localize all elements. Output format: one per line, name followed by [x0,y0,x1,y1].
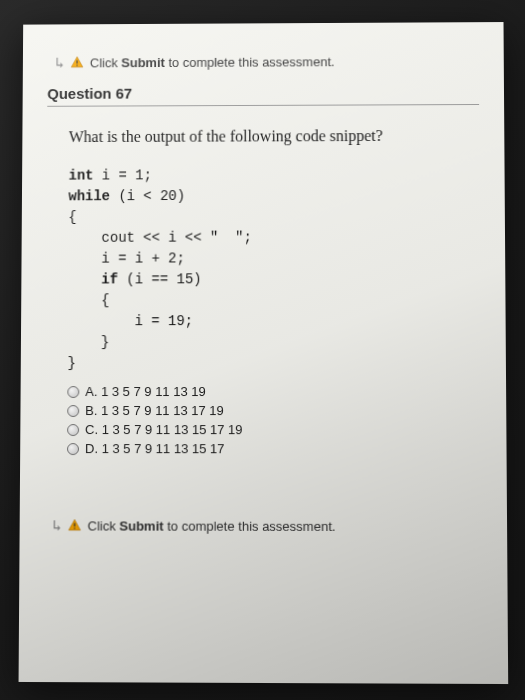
arrow-icon: ↳ [55,54,64,72]
submit-text: Click Submit to complete this assessment… [90,54,335,70]
submit-prompt-bottom: ↳ Click Submit to complete this assessme… [53,516,482,535]
code-snippet: int i = 1; while (i < 20) { cout << i <<… [67,164,480,374]
svg-rect-2 [74,523,75,527]
svg-rect-1 [77,65,78,66]
option-c[interactable]: C. 1 3 5 7 9 11 13 15 17 19 [67,422,481,437]
option-label: D. 1 3 5 7 9 11 13 15 17 [85,441,225,456]
submit-text: Click Submit to complete this assessment… [88,518,336,534]
submit-prompt-top: ↳ Click Submit to complete this assessme… [55,52,479,72]
svg-rect-3 [74,528,75,529]
radio-icon[interactable] [67,386,79,398]
option-label: C. 1 3 5 7 9 11 13 15 17 19 [85,422,243,437]
answer-options: A. 1 3 5 7 9 11 13 19 B. 1 3 5 7 9 11 13… [67,384,481,456]
assessment-screen: ↳ Click Submit to complete this assessme… [19,22,509,684]
question-text: What is the output of the following code… [69,127,480,146]
radio-icon[interactable] [67,424,79,436]
radio-icon[interactable] [67,405,79,417]
svg-rect-0 [77,60,78,63]
radio-icon[interactable] [67,443,79,455]
arrow-icon: ↳ [53,516,62,534]
option-b[interactable]: B. 1 3 5 7 9 11 13 17 19 [67,403,481,418]
question-header: Question 67 [47,83,479,107]
option-label: B. 1 3 5 7 9 11 13 17 19 [85,403,224,418]
option-d[interactable]: D. 1 3 5 7 9 11 13 15 17 [67,441,481,456]
warning-icon [70,56,84,70]
warning-icon [68,518,82,532]
option-label: A. 1 3 5 7 9 11 13 19 [85,384,206,399]
option-a[interactable]: A. 1 3 5 7 9 11 13 19 [67,384,481,399]
